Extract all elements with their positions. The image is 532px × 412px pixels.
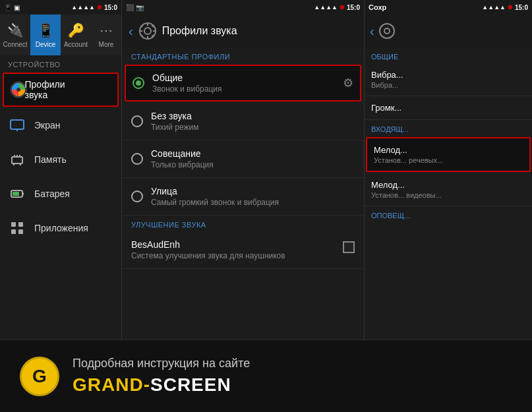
menu-item-sound[interactable]: Профили звука — [3, 73, 119, 107]
profile-silent-name: Без звука — [151, 111, 355, 121]
p2-signal: ▲▲▲▲ — [314, 4, 338, 11]
battery-label: Батарея — [34, 189, 70, 199]
svg-rect-16 — [18, 222, 23, 227]
p2-status-right: ▲▲▲▲ ⊕ 15:0 — [314, 4, 360, 11]
panel-device: 🔌 Connect 📱 Device 🔑 Account ⋯ More УСТР… — [0, 15, 122, 339]
profile-general[interactable]: Общие Звонок и вибрация ⚙ — [125, 65, 361, 102]
p3-signal: ▲▲▲▲ — [482, 4, 506, 11]
profile-general-name: Общие — [152, 73, 335, 83]
profile-silent-text: Без звука Тихий режим — [151, 111, 355, 132]
melody1-name: Мелод... — [374, 145, 523, 155]
svg-rect-23 — [140, 30, 142, 32]
svg-rect-9 — [19, 155, 20, 157]
status-bar-panel3: Сохр ▲▲▲▲ ⊕ 15:0 — [365, 0, 532, 15]
volume-name: Громк... — [371, 103, 525, 113]
gps-icon: ⊕ — [97, 4, 102, 11]
p2-notif-icons: ⬛ 📷 — [126, 4, 144, 11]
menu-item-memory[interactable]: Память — [0, 142, 121, 177]
melody2-name: Мелод... — [371, 180, 525, 190]
tab-connect-label: Connect — [3, 41, 27, 48]
notification-icon: 📱 — [4, 4, 12, 11]
panel2-header: ‹ Профили звука — [122, 15, 364, 47]
svg-rect-10 — [13, 163, 15, 165]
profile-outdoor-text: Улица Самый громкий звонок и вибрация — [151, 186, 355, 207]
menu-item-battery[interactable]: Батарея — [0, 177, 121, 211]
tab-device-label: Device — [36, 41, 56, 48]
besaudenh-text: BesAudEnh Система улучшения звука для на… — [131, 239, 335, 260]
time-panel1: 15:0 — [104, 4, 117, 11]
standard-profiles-section: СТАНДАРТНЫЕ ПРОФИЛИ — [122, 47, 364, 63]
screen-icon — [8, 116, 26, 134]
svg-point-30 — [384, 28, 390, 34]
melody1-item[interactable]: Мелод... Установ... речевых... — [366, 137, 531, 172]
radio-meeting — [131, 153, 143, 165]
grand-logo: G — [20, 357, 59, 396]
profile-meeting-desc: Только вибрация — [151, 160, 355, 169]
svg-point-20 — [144, 28, 151, 34]
status-icons-right: ▲▲▲▲ ⊕ 15:0 — [71, 4, 117, 11]
panel3-header: ‹ — [365, 15, 532, 47]
besaudenh-item[interactable]: BesAudEnh Система улучшения звука для на… — [122, 231, 364, 269]
apps-icon — [8, 219, 26, 237]
bottom-banner: G Подробная инструкция на сайте GRAND-SC… — [0, 339, 532, 412]
p3-status-right: ▲▲▲▲ ⊕ 15:0 — [482, 4, 528, 11]
volume-item[interactable]: Громк... — [365, 96, 532, 120]
tab-connect[interactable]: 🔌 Connect — [0, 15, 30, 55]
tab-device[interactable]: 📱 Device — [30, 15, 61, 55]
menu-item-screen[interactable]: Экран — [0, 108, 121, 142]
profile-silent[interactable]: Без звука Тихий режим — [122, 103, 364, 140]
tab-account-label: Account — [64, 41, 88, 48]
more-icon: ⋯ — [100, 22, 113, 38]
menu-item-apps[interactable]: Приложения — [0, 211, 121, 245]
status-bar-panel2: ⬛ 📷 ▲▲▲▲ ⊕ 15:0 — [122, 0, 365, 15]
svg-point-29 — [380, 24, 394, 38]
device-icon: 📱 — [38, 22, 54, 38]
banner-text: Подробная инструкция на сайте GRAND-SCRE… — [73, 357, 250, 396]
connect-icon: 🔌 — [7, 22, 24, 38]
memory-label: Память — [34, 154, 67, 165]
banner-grand: GRAND- — [73, 374, 150, 395]
svg-point-2 — [16, 88, 20, 92]
general-gear-icon[interactable]: ⚙ — [343, 76, 353, 90]
general-section-title: ОБЩИЕ — [365, 47, 532, 63]
vibration-name: Вибра... — [371, 70, 525, 80]
besaudenh-checkbox[interactable] — [343, 241, 355, 253]
back-arrow-icon[interactable]: ‹ — [129, 24, 133, 39]
p2-gps: ⊕ — [340, 4, 345, 11]
besaudenh-desc: Система улучшения звука для наушников — [131, 251, 335, 260]
svg-rect-17 — [11, 229, 16, 234]
status-icons-left: 📱 ▣ — [4, 4, 20, 11]
svg-rect-24 — [153, 30, 156, 32]
profile-general-text: Общие Звонок и вибрация — [152, 73, 335, 94]
account-icon: 🔑 — [68, 22, 84, 38]
time-panel3: 15:0 — [515, 4, 528, 11]
svg-rect-6 — [12, 157, 22, 163]
panel-general-settings: ‹ ОБЩИЕ Вибра... Вибра... Громк... ВХОДЯ… — [365, 15, 532, 339]
incoming-section-title: ВХОДЯЩ... — [365, 120, 532, 136]
melody2-item[interactable]: Мелод... Установ... видеовы... — [365, 173, 532, 206]
wifi-icon: ▣ — [14, 4, 20, 11]
tab-account[interactable]: 🔑 Account — [61, 15, 91, 55]
profile-meeting[interactable]: Совещание Только вибрация — [122, 140, 364, 178]
banner-line2: GRAND-SCREEN — [73, 374, 250, 396]
p3-title-partial: Сохр — [369, 3, 386, 11]
p2-icon2: 📷 — [136, 4, 144, 11]
panel3-back-icon[interactable]: ‹ — [370, 24, 374, 39]
vibration-desc: Вибра... — [371, 81, 525, 89]
apps-label: Приложения — [34, 223, 88, 233]
tab-bar: 🔌 Connect 📱 Device 🔑 Account ⋯ More — [0, 15, 121, 55]
svg-rect-8 — [16, 155, 18, 157]
notif-section-title: ОПОВЕЩ... — [365, 206, 532, 222]
p2-icon1: ⬛ — [126, 4, 134, 11]
tab-more[interactable]: ⋯ More — [91, 15, 121, 55]
battery-icon — [8, 185, 26, 203]
profile-outdoor-desc: Самый громкий звонок и вибрация — [151, 198, 355, 207]
profile-meeting-text: Совещание Только вибрация — [151, 148, 355, 169]
svg-rect-14 — [13, 192, 19, 196]
profile-outdoor[interactable]: Улица Самый громкий звонок и вибрация — [122, 178, 364, 216]
vibration-item[interactable]: Вибра... Вибра... — [365, 63, 532, 96]
svg-rect-3 — [11, 120, 24, 129]
memory-icon — [8, 150, 26, 169]
time-panel2: 15:0 — [347, 4, 360, 11]
melody2-desc: Установ... видеовы... — [371, 191, 525, 199]
